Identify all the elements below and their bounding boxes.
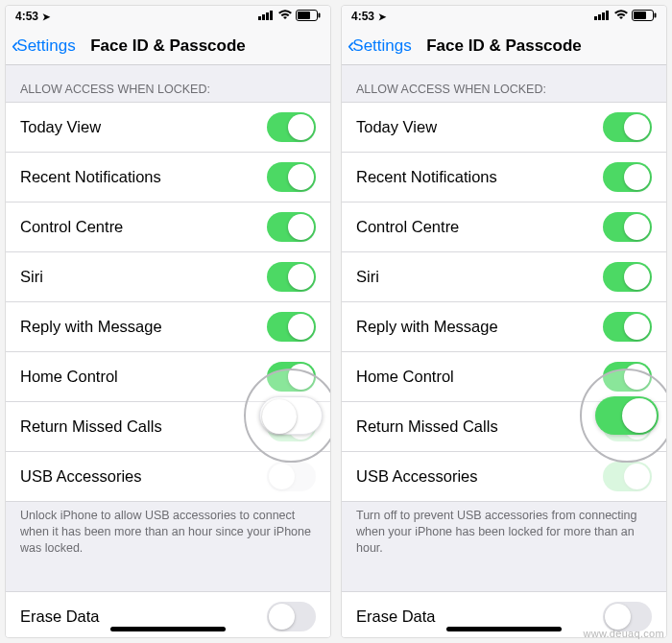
toggle-reply-message[interactable] [603, 312, 652, 342]
battery-icon [632, 10, 657, 24]
svg-rect-8 [598, 14, 601, 20]
row-today-view[interactable]: Today View [342, 102, 666, 152]
toggle-usb-accessories[interactable] [603, 462, 652, 491]
location-icon: ➤ [42, 12, 50, 22]
settings-list: ALLOW ACCESS WHEN LOCKED: Today View Rec… [342, 65, 666, 637]
usb-footer-text: Turn off to prevent USB accessories from… [342, 502, 666, 570]
toggle-usb-accessories[interactable] [267, 462, 316, 491]
section-header: ALLOW ACCESS WHEN LOCKED: [6, 65, 330, 102]
row-siri[interactable]: Siri [342, 251, 666, 301]
toggle-siri[interactable] [267, 262, 316, 292]
back-button[interactable]: ‹ Settings [348, 34, 412, 59]
section-header: ALLOW ACCESS WHEN LOCKED: [342, 65, 666, 102]
wifi-icon [613, 10, 629, 23]
row-reply-message[interactable]: Reply with Message [342, 301, 666, 351]
settings-list: ALLOW ACCESS WHEN LOCKED: Today View Rec… [6, 65, 330, 637]
signal-icon [594, 10, 611, 23]
toggle-control-centre[interactable] [267, 212, 316, 242]
row-control-centre[interactable]: Control Centre [342, 202, 666, 251]
highlight-toggle-off [259, 396, 323, 435]
signal-icon [258, 10, 275, 23]
row-today-view[interactable]: Today View [6, 102, 330, 152]
status-time: 4:53 [351, 10, 374, 23]
svg-rect-13 [655, 12, 657, 17]
toggle-erase-data[interactable] [603, 602, 652, 631]
back-button[interactable]: ‹ Settings [12, 34, 76, 59]
watermark: www.deuaq.com [583, 628, 664, 639]
row-reply-message[interactable]: Reply with Message [6, 301, 330, 351]
svg-rect-0 [258, 16, 261, 20]
highlight-toggle-on [595, 396, 659, 435]
back-label: Settings [16, 36, 75, 56]
toggle-today-view[interactable] [267, 112, 316, 142]
nav-bar: ‹ Settings Face ID & Passcode [6, 27, 330, 65]
status-bar: 4:53 ➤ [6, 6, 330, 27]
svg-rect-7 [594, 16, 597, 20]
back-label: Settings [352, 36, 411, 56]
svg-rect-6 [319, 12, 321, 17]
svg-rect-10 [606, 11, 609, 20]
home-indicator[interactable] [446, 627, 562, 631]
phone-right: 4:53 ➤ ‹ Settings Face ID & Passcode ALL… [341, 5, 667, 638]
status-time: 4:53 [15, 10, 38, 23]
svg-rect-1 [262, 14, 265, 20]
toggle-siri[interactable] [603, 262, 652, 292]
battery-icon [296, 10, 321, 24]
svg-rect-5 [298, 12, 310, 19]
row-recent-notifications[interactable]: Recent Notifications [6, 152, 330, 202]
toggle-erase-data[interactable] [267, 602, 316, 631]
row-siri[interactable]: Siri [6, 251, 330, 301]
row-recent-notifications[interactable]: Recent Notifications [342, 152, 666, 202]
wifi-icon [277, 10, 293, 23]
highlight-circle [244, 369, 331, 463]
usb-footer-text: Unlock iPhone to allow USB accessories t… [6, 502, 330, 570]
location-icon: ➤ [378, 12, 386, 22]
highlight-circle [580, 369, 667, 463]
svg-rect-3 [270, 11, 273, 20]
svg-rect-12 [634, 12, 646, 19]
home-indicator[interactable] [110, 627, 226, 631]
phone-left: 4:53 ➤ ‹ Settings Face ID & Passcode ALL… [5, 5, 331, 638]
toggle-reply-message[interactable] [267, 312, 316, 342]
toggle-today-view[interactable] [603, 112, 652, 142]
status-bar: 4:53 ➤ [342, 6, 666, 27]
toggle-recent-notifications[interactable] [267, 162, 316, 192]
toggle-control-centre[interactable] [603, 212, 652, 242]
row-control-centre[interactable]: Control Centre [6, 202, 330, 251]
svg-rect-2 [266, 12, 269, 20]
svg-rect-9 [602, 12, 605, 20]
nav-bar: ‹ Settings Face ID & Passcode [342, 27, 666, 65]
toggle-recent-notifications[interactable] [603, 162, 652, 192]
